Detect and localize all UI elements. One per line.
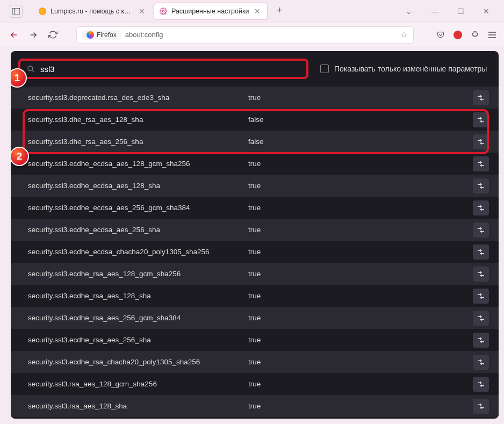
sidebar-toggle-icon[interactable] [10,5,23,18]
toggle-button[interactable] [473,267,489,282]
titlebar: Lumpics.ru - помощь с компь ✕ Расширенны… [0,0,504,23]
url-bar[interactable]: Firefox about:config ☆ [76,26,414,44]
toggle-button[interactable] [473,289,489,304]
pref-name: security.ssl3.ecdhe_rsa_aes_128_gcm_sha2… [28,270,248,278]
pref-list: security.ssl3.deprecated.rsa_des_ede3_sh… [11,87,499,417]
svg-point-6 [28,66,33,70]
minimize-icon[interactable]: — [427,7,443,16]
pref-value: true [248,204,473,212]
pref-name: security.ssl3.ecdhe_rsa_aes_128_sha [28,292,248,300]
search-icon [27,65,35,73]
pref-name: security.ssl3.rsa_aes_128_gcm_sha256 [28,380,248,388]
toggle-button[interactable] [473,200,489,215]
toggle-button[interactable] [473,355,489,370]
firefox-icon [87,31,94,39]
pref-row[interactable]: security.ssl3.dhe_rsa_aes_128_sha false [11,109,499,131]
window-controls: ⌄ — ☐ ✕ [401,7,500,16]
chevron-down-icon[interactable]: ⌄ [401,7,417,16]
maximize-icon[interactable]: ☐ [452,7,469,16]
pref-value: true [248,226,473,234]
pref-row[interactable]: security.ssl3.deprecated.rsa_des_ede3_sh… [11,87,499,109]
pref-value: true [248,402,473,410]
pref-value: true [248,94,473,102]
toggle-button[interactable] [473,134,489,149]
pref-row[interactable]: security.ssl3.ecdhe_rsa_aes_128_sha true [11,285,499,307]
pref-row[interactable]: security.ssl3.ecdhe_rsa_chacha20_poly130… [11,351,499,373]
firefox-badge: Firefox [82,30,121,40]
toggle-button[interactable] [473,333,489,348]
pref-value: true [248,248,473,256]
account-badge[interactable] [453,31,462,39]
pref-row[interactable]: security.ssl3.dhe_rsa_aes_256_sha false [11,131,499,153]
pref-row[interactable]: security.ssl3.ecdhe_ecdsa_aes_256_gcm_sh… [11,197,499,219]
toggle-button[interactable] [473,156,489,171]
toggle-button[interactable] [473,178,489,193]
tab-lumpics[interactable]: Lumpics.ru - помощь с компь ✕ [33,3,152,20]
pref-search-input[interactable] [40,64,300,74]
pref-row[interactable]: security.ssl3.rsa_aes_128_gcm_sha256 tru… [11,373,499,395]
url-text: about:config [125,31,396,39]
toggle-button[interactable] [473,245,489,260]
close-icon[interactable]: ✕ [138,7,146,16]
show-modified-only[interactable]: Показывать только изменённые параметры [320,64,487,73]
close-icon[interactable]: ✕ [478,7,494,16]
pref-row[interactable]: security.ssl3.ecdhe_rsa_aes_128_gcm_sha2… [11,263,499,285]
pref-value: false [248,138,473,146]
pref-value: true [248,160,473,168]
pref-value: false [248,116,473,124]
tab-label: Расширенные настройки [171,8,249,15]
checkbox-icon[interactable] [320,64,329,73]
svg-point-2 [162,10,164,12]
pref-value: true [248,380,473,388]
pref-name: security.ssl3.ecdhe_rsa_aes_256_sha [28,336,248,344]
pref-row[interactable]: security.ssl3.ecdhe_ecdsa_aes_128_sha tr… [11,175,499,197]
toggle-button[interactable] [473,222,489,238]
toggle-button[interactable] [473,377,489,392]
pref-name: security.ssl3.ecdhe_ecdsa_aes_128_gcm_sh… [28,160,248,168]
gear-icon [160,8,167,15]
lumpics-icon [39,8,46,15]
pref-name: security.ssl3.dhe_rsa_aes_256_sha [28,138,248,146]
badge-label: Firefox [97,31,117,39]
pref-name: security.ssl3.dhe_rsa_aes_128_sha [28,116,248,124]
menu-icon[interactable] [488,31,496,39]
back-button[interactable] [8,28,20,41]
reload-button[interactable] [46,28,59,41]
pref-name: security.ssl3.ecdhe_ecdsa_chacha20_poly1… [28,248,248,256]
pref-row[interactable]: security.ssl3.ecdhe_ecdsa_chacha20_poly1… [11,241,499,263]
pref-value: true [248,358,473,366]
pref-value: true [248,336,473,344]
pref-name: security.ssl3.ecdhe_ecdsa_aes_256_sha [28,226,248,234]
pref-value: true [248,182,473,190]
checkbox-label: Показывать только изменённые параметры [334,64,487,73]
pref-name: security.ssl3.rsa_aes_128_sha [28,402,248,410]
toolbar: Firefox about:config ☆ [0,23,504,46]
pref-value: true [248,292,473,300]
pref-name: security.ssl3.deprecated.rsa_des_ede3_sh… [28,94,248,102]
bookmark-star-icon[interactable]: ☆ [400,30,408,40]
extensions-icon[interactable] [471,31,479,39]
pref-row[interactable]: security.ssl3.ecdhe_rsa_aes_256_sha true [11,329,499,351]
toggle-button[interactable] [473,399,489,414]
tab-label: Lumpics.ru - помощь с компь [51,8,133,15]
toggle-button[interactable] [473,311,489,326]
toggle-button[interactable] [473,90,489,105]
pref-row[interactable]: security.ssl3.rsa_aes_128_sha true [11,395,499,417]
pref-row[interactable]: security.ssl3.ecdhe_ecdsa_aes_256_sha tr… [11,219,499,241]
svg-rect-0 [12,8,20,15]
pref-value: true [248,314,473,322]
new-tab-button[interactable]: + [272,3,287,18]
close-icon[interactable]: ✕ [253,7,262,16]
forward-button[interactable] [27,28,40,41]
tab-strip: Lumpics.ru - помощь с компь ✕ Расширенны… [33,3,401,20]
pref-search-box[interactable] [18,59,308,79]
about-config-content: Показывать только изменённые параметры s… [11,51,499,419]
pref-name: security.ssl3.ecdhe_rsa_chacha20_poly130… [28,358,248,366]
pref-name: security.ssl3.ecdhe_ecdsa_aes_256_gcm_sh… [28,204,248,212]
svg-line-7 [32,70,34,72]
pocket-icon[interactable] [436,31,445,39]
toggle-button[interactable] [473,112,489,127]
pref-row[interactable]: security.ssl3.ecdhe_ecdsa_aes_128_gcm_sh… [11,153,499,175]
tab-about-config[interactable]: Расширенные настройки ✕ [154,3,268,20]
pref-row[interactable]: security.ssl3.ecdhe_rsa_aes_256_gcm_sha3… [11,307,499,329]
